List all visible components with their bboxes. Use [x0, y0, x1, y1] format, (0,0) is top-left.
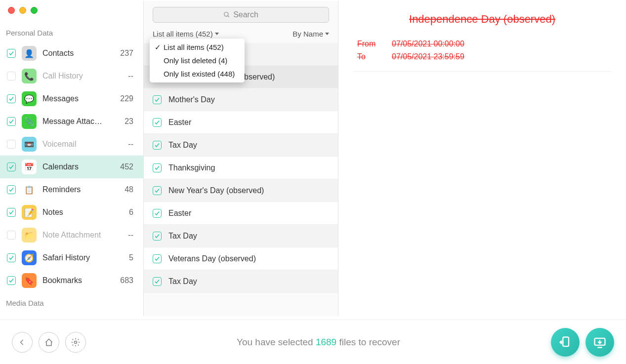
- checkbox[interactable]: [153, 254, 162, 263]
- sort-dropdown-trigger[interactable]: By Name: [292, 30, 329, 38]
- chevron-down-icon: [325, 33, 329, 35]
- sidebar-item[interactable]: 📅 Calendars 452: [0, 156, 143, 178]
- sidebar-item-label: Call History: [42, 72, 122, 81]
- sidebar-item-label: Reminders: [42, 185, 119, 194]
- category-icon: 📎: [22, 114, 37, 129]
- sidebar-item[interactable]: 📎 Message Attac… 23: [0, 110, 143, 133]
- sidebar-item-label: Bookmarks: [42, 276, 114, 285]
- list-item-label: Thanksgiving: [168, 163, 215, 172]
- close-window-button[interactable]: [8, 7, 15, 14]
- checkbox[interactable]: [7, 253, 16, 262]
- checkbox[interactable]: [7, 94, 16, 103]
- sidebar-item-count: 683: [120, 276, 136, 285]
- sidebar-item-label: Safari History: [42, 253, 123, 262]
- detail-title: Independence Day (observed): [353, 13, 611, 26]
- sidebar-item-count: --: [128, 140, 136, 149]
- back-button[interactable]: [12, 332, 33, 353]
- list-item[interactable]: Easter: [144, 111, 338, 134]
- list-item[interactable]: Tax Day: [144, 225, 338, 247]
- search-icon: [223, 11, 230, 18]
- category-icon: 📝: [22, 205, 37, 220]
- dropdown-item[interactable]: Only list deleted (4): [150, 54, 245, 67]
- category-icon: 🧭: [22, 250, 37, 265]
- download-icon: [593, 335, 607, 349]
- sidebar: Personal Data 👤 Contacts 237 📞 Call Hist…: [0, 1, 143, 316]
- list-item-label: Tax Day: [168, 232, 197, 241]
- checkbox[interactable]: [153, 209, 162, 218]
- sidebar-item[interactable]: 🧭 Safari History 5: [0, 246, 143, 269]
- checkbox[interactable]: [7, 72, 16, 81]
- sidebar-item[interactable]: 📋 Reminders 48: [0, 178, 143, 201]
- checkbox[interactable]: [153, 186, 162, 195]
- list-item[interactable]: Veterans Day (observed): [144, 247, 338, 270]
- list-item[interactable]: Mother's Day: [144, 88, 338, 111]
- filter-dropdown-trigger[interactable]: List all items (452): [153, 30, 219, 38]
- list-item-label: New Year's Day (observed): [168, 186, 264, 195]
- category-icon: 📼: [22, 137, 37, 152]
- maximize-window-button[interactable]: [31, 7, 38, 14]
- checkbox[interactable]: [7, 162, 16, 171]
- detail-from-row: From07/05/2021 00:00:00: [353, 40, 611, 48]
- list-item-label: Easter: [168, 118, 191, 127]
- list-item-label: Tax Day: [168, 141, 197, 150]
- checkbox[interactable]: [7, 49, 16, 58]
- list-item-label: Tax Day: [168, 277, 197, 286]
- sidebar-item-count: 5: [129, 253, 136, 262]
- sidebar-item-count: --: [128, 72, 136, 81]
- checkbox[interactable]: [7, 117, 16, 126]
- search-input[interactable]: Search: [153, 7, 329, 23]
- footer: You have selected 1689 files to recover: [0, 320, 626, 364]
- checkbox[interactable]: [7, 276, 16, 285]
- sidebar-item-label: Note Attachment: [42, 231, 122, 240]
- detail-to-row: To07/05/2021 23:59:59: [353, 52, 611, 61]
- list-item-label: Veterans Day (observed): [168, 254, 256, 263]
- settings-button[interactable]: [65, 332, 86, 353]
- sidebar-item-count: 23: [125, 117, 136, 126]
- list-item[interactable]: New Year's Day (observed): [144, 179, 338, 202]
- category-icon: 🔖: [22, 273, 37, 288]
- sidebar-item-label: Voicemail: [42, 140, 122, 149]
- list-item-label: Mother's Day: [168, 95, 215, 104]
- recover-to-device-button[interactable]: [551, 328, 580, 357]
- sidebar-item[interactable]: 💬 Messages 229: [0, 87, 143, 110]
- list-item[interactable]: Tax Day: [144, 134, 338, 157]
- calendar-event-list: Election Day Independence Day (observed)…: [144, 43, 338, 316]
- sidebar-item[interactable]: 🔖 Bookmarks 683: [0, 269, 143, 292]
- sidebar-section-personal: Personal Data: [0, 26, 143, 42]
- checkbox[interactable]: [153, 277, 162, 286]
- sidebar-item[interactable]: 📁 Note Attachment --: [0, 224, 143, 246]
- category-icon: 💬: [22, 91, 37, 106]
- sidebar-item-label: Message Attac…: [42, 117, 119, 126]
- sidebar-item[interactable]: 📼 Voicemail --: [0, 133, 143, 156]
- sidebar-item-label: Contacts: [42, 49, 114, 58]
- sidebar-item-count: 48: [125, 185, 136, 194]
- minimize-window-button[interactable]: [19, 7, 26, 14]
- list-item[interactable]: Easter: [144, 202, 338, 225]
- sidebar-item[interactable]: 👤 Contacts 237: [0, 42, 143, 65]
- dropdown-item[interactable]: Only list existed (448): [150, 67, 245, 81]
- sidebar-item[interactable]: 📝 Notes 6: [0, 201, 143, 224]
- checkbox[interactable]: [153, 163, 162, 172]
- list-item[interactable]: Thanksgiving: [144, 157, 338, 179]
- checkbox[interactable]: [7, 231, 16, 240]
- chevron-down-icon: [215, 33, 219, 35]
- svg-point-0: [224, 12, 228, 16]
- sidebar-item-label: Notes: [42, 208, 123, 217]
- recover-to-computer-button[interactable]: [585, 328, 614, 357]
- dropdown-item[interactable]: List all items (452): [150, 40, 245, 54]
- checkbox[interactable]: [153, 95, 162, 104]
- checkbox[interactable]: [153, 232, 162, 241]
- list-item-label: Easter: [168, 209, 191, 218]
- sidebar-item-label: Calendars: [42, 162, 114, 171]
- home-button[interactable]: [39, 332, 59, 353]
- sidebar-item-count: 237: [120, 49, 136, 58]
- list-item[interactable]: Tax Day: [144, 270, 338, 293]
- checkbox[interactable]: [7, 185, 16, 194]
- checkbox[interactable]: [7, 208, 16, 217]
- category-icon: 📅: [22, 160, 37, 174]
- checkbox[interactable]: [153, 141, 162, 150]
- sidebar-item[interactable]: 📞 Call History --: [0, 65, 143, 87]
- checkbox[interactable]: [7, 140, 16, 149]
- checkbox[interactable]: [153, 118, 162, 127]
- filter-dropdown-menu: List all items (452) Only list deleted (…: [150, 39, 245, 82]
